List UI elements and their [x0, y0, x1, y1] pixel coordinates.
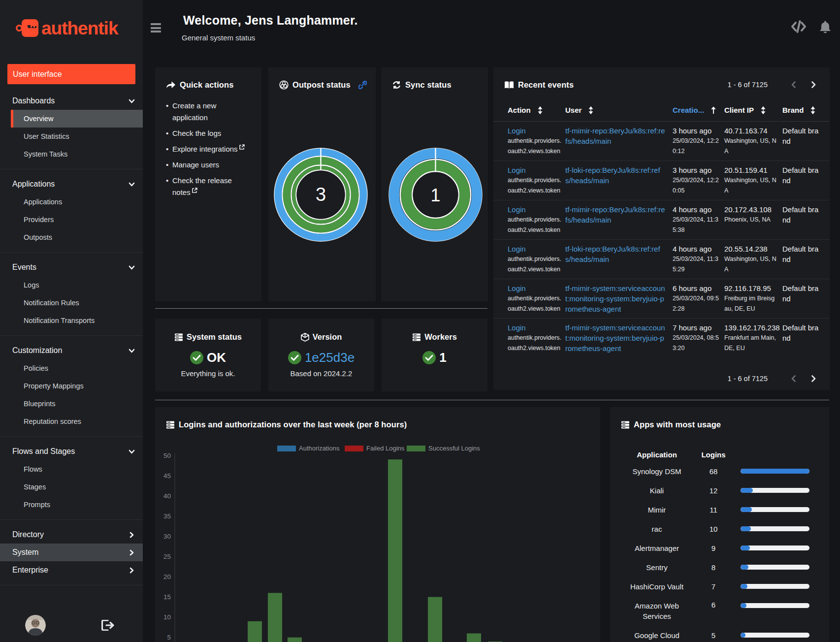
quick-action-check-the-release-notes[interactable]: Check the release notes — [172, 175, 247, 198]
event-action-link[interactable]: Login — [508, 204, 526, 215]
quick-action-explore-integrations[interactable]: Explore integrations — [172, 143, 245, 155]
event-action-cell: Loginauthentik.providers.oauth2.views.to… — [508, 126, 563, 157]
apps-column-application: Application — [622, 450, 691, 459]
event-user-link[interactable]: tf-loki-repo:BeryJu/k8s:ref:refs/heads/m… — [565, 165, 666, 186]
sidebar-item-applications[interactable]: Applications — [11, 193, 143, 211]
chevron-down-icon — [129, 348, 135, 354]
apps-usage-card: Apps with most usage Application Logins … — [610, 407, 829, 642]
sidebar-item-reputation-scores[interactable]: Reputation scores — [11, 413, 143, 430]
app-name: Kiali — [622, 485, 691, 495]
events-column-user[interactable]: User — [565, 106, 666, 114]
app-name: rac — [622, 523, 691, 534]
bar-successful-logins — [388, 459, 402, 642]
sidebar-footer — [0, 601, 143, 642]
sidebar-item-policies[interactable]: Policies — [11, 359, 143, 377]
quick-action-check-the-logs[interactable]: Check the logs — [172, 128, 221, 139]
event-time-ago: 4 hours ago — [673, 244, 720, 254]
sidebar-item-property-mappings[interactable]: Property Mappings — [11, 377, 143, 395]
sidebar-item-system[interactable]: System — [0, 544, 143, 561]
apps-table-row: Amazon Web Services6 — [610, 596, 829, 625]
event-user-link[interactable]: tf-mimir-repo:BeryJu/k8s:ref:refs/heads/… — [565, 204, 666, 225]
app-usage-bar-fill — [741, 526, 751, 531]
version-link[interactable]: 1e25d3e — [305, 350, 355, 365]
sidebar-item-label: Directory — [12, 530, 129, 539]
avatar[interactable] — [25, 615, 46, 636]
quick-action-manage-users[interactable]: Manage users — [172, 159, 219, 171]
events-column-creatio-[interactable]: Creatio... — [673, 106, 720, 114]
sidebar-item-logs[interactable]: Logs — [11, 276, 143, 294]
authentik-logo[interactable]: authentik — [16, 17, 129, 39]
sidebar-item-flows-and-stages[interactable]: Flows and Stages — [0, 443, 143, 460]
api-code-icon[interactable] — [791, 20, 807, 33]
app-logins-count: 12 — [699, 486, 728, 494]
app-logins-count: 68 — [699, 467, 728, 475]
check-circle-icon — [422, 351, 436, 364]
app-logins-count: 6 — [699, 601, 728, 609]
pagination-prev-icon[interactable] — [789, 80, 798, 89]
y-tick-label: 5 — [167, 634, 171, 641]
sidebar-item-user-statistics[interactable]: User Statistics — [11, 128, 143, 145]
sidebar-item-prompts[interactable]: Prompts — [11, 496, 143, 514]
event-date: 25/03/2024, 11:35:38 — [673, 215, 720, 235]
event-user-link[interactable]: tf-mimir-repo:BeryJu/k8s:ref:refs/heads/… — [565, 126, 666, 146]
event-action-link[interactable]: Login — [508, 283, 526, 293]
nav-toggle-icon[interactable] — [151, 23, 161, 32]
sidebar-item-flows[interactable]: Flows — [11, 460, 143, 478]
app-logins-count: 8 — [699, 563, 728, 571]
chevron-down-icon — [129, 264, 135, 271]
event-action-link[interactable]: Login — [508, 165, 526, 175]
sort-up-icon — [711, 106, 716, 114]
link-icon[interactable] — [358, 81, 367, 89]
pagination-prev-icon[interactable] — [789, 374, 798, 383]
event-action-link[interactable]: Login — [508, 244, 526, 254]
cube-icon — [301, 333, 309, 342]
bullet: • — [166, 100, 172, 124]
sidebar-item-customization[interactable]: Customization — [0, 342, 143, 359]
sidebar-item-applications[interactable]: Applications — [0, 175, 143, 193]
app-usage-bar-fill — [741, 633, 745, 638]
user-interface-button[interactable]: User interface — [7, 64, 135, 84]
sidebar-item-system-tasks[interactable]: System Tasks — [11, 145, 143, 163]
logout-icon[interactable] — [101, 620, 114, 631]
sidebar-item-providers[interactable]: Providers — [11, 211, 143, 228]
quick-action-create-a-new-application[interactable]: Create a new application — [172, 100, 247, 124]
sidebar-item-stages[interactable]: Stages — [11, 478, 143, 496]
events-column-action[interactable]: Action — [508, 106, 563, 114]
apps-table-row: Google Cloud5 — [610, 625, 829, 642]
event-action-link[interactable]: Login — [508, 322, 526, 333]
sidebar-item-overview[interactable]: Overview — [11, 110, 143, 128]
app-usage-bar — [741, 633, 809, 638]
sidebar-item-enterprise[interactable]: Enterprise — [0, 561, 143, 579]
sidebar-item-notification-rules[interactable]: Notification Rules — [11, 294, 143, 312]
event-user-link[interactable]: tf-mimir-system:serviceaccount:monitorin… — [565, 322, 666, 353]
version-value: 1e25d3e — [268, 350, 374, 365]
event-user-link[interactable]: tf-loki-repo:BeryJu/k8s:ref:refs/heads/m… — [565, 244, 666, 264]
events-pagination-top: 1 - 6 of 7125 — [728, 80, 818, 89]
workers-title: Workers — [382, 332, 487, 342]
pagination-next-icon[interactable] — [809, 374, 818, 383]
sidebar-item-notification-transports[interactable]: Notification Transports — [11, 312, 143, 329]
events-column-client-ip[interactable]: Client IP — [724, 106, 777, 114]
events-table-header-row: ActionUserCreatio...Client IPBrand — [493, 100, 830, 122]
event-user-cell: tf-mimir-repo:BeryJu/k8s:ref:refs/heads/… — [565, 204, 666, 225]
event-action-link[interactable]: Login — [508, 126, 526, 136]
event-action-cell: Loginauthentik.providers.oauth2.views.to… — [508, 322, 563, 353]
events-table-row: Loginauthentik.providers.oauth2.views.to… — [493, 200, 830, 240]
pagination-next-icon[interactable] — [809, 80, 818, 89]
server-icon — [412, 333, 421, 342]
events-pagination-bottom: 1 - 6 of 7125 — [728, 374, 818, 383]
sidebar-item-label: Applications — [12, 180, 129, 189]
events-column-brand[interactable]: Brand — [782, 106, 820, 114]
sidebar-item-outposts[interactable]: Outposts — [11, 228, 143, 246]
sidebar-item-dashboards[interactable]: Dashboards — [0, 92, 143, 110]
event-brand: Default brand — [782, 244, 820, 264]
event-time-ago: 6 hours ago — [673, 283, 720, 293]
sidebar-item-directory[interactable]: Directory — [0, 526, 143, 544]
event-brand-cell: Default brand — [782, 204, 820, 225]
sidebar-item-blueprints[interactable]: Blueprints — [11, 395, 143, 413]
notifications-bell-icon[interactable] — [819, 20, 831, 33]
sync-count: 1 — [388, 185, 483, 206]
event-user-link[interactable]: tf-mimir-system:serviceaccount:monitorin… — [565, 283, 666, 314]
check-circle-icon — [190, 351, 203, 364]
sidebar-item-events[interactable]: Events — [0, 258, 143, 276]
